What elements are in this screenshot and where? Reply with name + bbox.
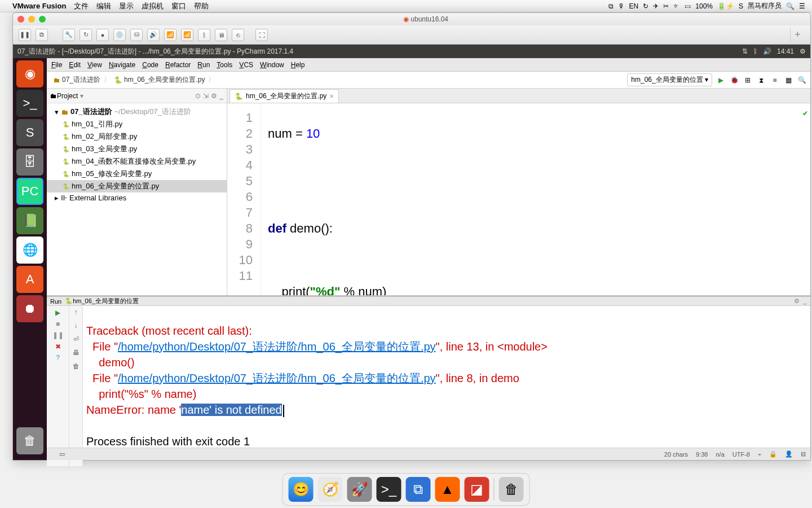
vm-tool-sound[interactable]: 🔊 [147, 29, 160, 41]
menu-icon[interactable]: ☰ [799, 2, 805, 10]
dock-vlc[interactable]: ▲ [435, 477, 460, 502]
mac-menu-file[interactable]: 文件 [74, 1, 89, 11]
tree-file[interactable]: 🐍hm_01_引用.py [47, 118, 227, 130]
lang-icon[interactable]: EN [629, 2, 639, 10]
minimize-window-button[interactable] [28, 16, 35, 23]
rerun-button[interactable]: ▶ [54, 308, 63, 317]
tree-file[interactable]: 🐍hm_03_全局变量.py [47, 143, 227, 155]
inspection-ok-icon[interactable]: ✔ [802, 106, 808, 121]
hide-icon[interactable]: ⎯ [803, 297, 807, 305]
launcher-store[interactable]: A [16, 266, 43, 293]
ime-icon[interactable]: S [739, 2, 743, 10]
mac-app-name[interactable]: VMware Fusion [12, 2, 66, 10]
layout-button[interactable]: ▦ [783, 75, 793, 85]
expand-icon[interactable]: ▾ [55, 108, 59, 116]
vm-tool-net1[interactable]: 📶 [164, 29, 176, 41]
mac-menu-help[interactable]: 帮助 [194, 1, 209, 11]
launcher-chrome[interactable]: 🌐 [16, 237, 43, 264]
mac-menu-edit[interactable]: 编辑 [96, 1, 111, 11]
vm-fullscreen[interactable]: ⛶ [255, 29, 268, 41]
dock-vmware[interactable]: ⧉ [406, 477, 431, 502]
vm-tool-net2[interactable]: 📶 [181, 29, 193, 41]
status-position[interactable]: 9:38 [696, 451, 708, 458]
dock-app[interactable]: ◪ [465, 477, 489, 502]
pc-menu-tools[interactable]: Tools [217, 61, 232, 69]
gear-icon[interactable]: ⚙ [211, 92, 217, 100]
pc-menu-navigate[interactable]: Navigate [109, 61, 135, 69]
run-config-selector[interactable]: hm_06_全局变量的位置 ▾ [627, 73, 712, 86]
launcher-recorder[interactable]: ⏺ [16, 295, 43, 322]
tree-file[interactable]: 🐍hm_02_局部变量.py [47, 130, 227, 143]
pc-menu-file[interactable]: File [51, 61, 62, 69]
vm-tool-disk[interactable]: 💿 [113, 29, 126, 41]
breadcrumb-project[interactable]: 🖿07_语法进阶 [50, 74, 104, 86]
stop-button[interactable]: ■ [770, 75, 780, 85]
profile-button[interactable]: ⧗ [756, 75, 766, 85]
status-encoding[interactable]: UTF-8 [732, 451, 750, 458]
top-vol-icon[interactable]: 🔊 [763, 47, 771, 55]
dropdown-icon[interactable]: ÷ [758, 451, 761, 458]
mac-menu-window[interactable]: 窗口 [171, 1, 186, 11]
tree-root[interactable]: ▾🖿07_语法进阶 ~/Desktop/07_语法进阶 [47, 106, 227, 118]
run-panel-header[interactable]: Run 🐍 hm_06_全局变量的位置 ⚙⎯ [47, 297, 810, 306]
trash-icon[interactable]: ⊟ [801, 450, 806, 458]
search-icon[interactable]: 🔍 [797, 75, 807, 85]
vm-tool-reload[interactable]: ↻ [80, 29, 92, 41]
pause-run-button[interactable]: ❚❚ [54, 331, 63, 340]
dock-finder[interactable]: 😊 [289, 477, 314, 502]
pc-menu-refactor[interactable]: Refactor [165, 61, 191, 69]
vm-tool-bt[interactable]: ᛒ [198, 29, 210, 41]
project-tree[interactable]: ▾🖿07_语法进阶 ~/Desktop/07_语法进阶 🐍hm_01_引用.py… [47, 103, 227, 205]
gear-icon[interactable]: ⚙ [794, 297, 800, 305]
clear-icon[interactable]: 🗑 [73, 362, 80, 370]
vm-add-tab[interactable]: + [790, 28, 805, 42]
battery-icon[interactable]: 🔋⚡ [717, 2, 734, 10]
debug-button[interactable]: 🐞 [729, 75, 739, 85]
coverage-button[interactable]: ⊞ [743, 75, 753, 85]
console-output[interactable]: Traceback (most recent call last): File … [83, 306, 810, 466]
display-icon[interactable]: ▭ [685, 2, 691, 10]
sync-icon[interactable]: ↻ [643, 2, 648, 10]
pc-menu-edit[interactable]: Edit [69, 61, 81, 69]
hide-icon[interactable]: ⎯ [219, 92, 223, 100]
launcher-dash[interactable]: ◉ [16, 60, 43, 87]
top-bt-icon[interactable]: ᛒ [753, 47, 757, 55]
lock-icon[interactable]: 🔒 [769, 450, 777, 458]
zoom-window-button[interactable] [39, 16, 46, 23]
tree-ext-libs[interactable]: ▸⊪External Libraries [47, 192, 227, 203]
top-net-icon[interactable]: ⇅ [742, 47, 748, 55]
project-panel-header[interactable]: 🖿 Project ▾ ⊙ ⇲ ⚙ ⎯ [47, 89, 227, 103]
vm-snapshot-button[interactable]: ⧉ [36, 29, 48, 41]
wrap-icon[interactable]: ⏎ [73, 335, 79, 343]
launcher-pycharm[interactable]: PC [16, 178, 43, 205]
tree-file[interactable]: 🐍hm_04_函数不能直接修改全局变量.py [47, 155, 227, 168]
dock-trash[interactable]: 🗑 [499, 477, 524, 502]
wifi-icon[interactable]: ᯤ [673, 2, 680, 10]
pc-menu-vcs[interactable]: VCS [239, 61, 253, 69]
stop-run-button[interactable]: ■ [54, 319, 63, 329]
battery-pct[interactable]: 100% [695, 2, 713, 10]
vm-pause-button[interactable]: ❚❚ [19, 29, 31, 41]
down-icon[interactable]: ↓ [74, 322, 78, 330]
inspector-icon[interactable]: 👤 [785, 450, 793, 458]
expand-icon[interactable]: ▸ [55, 194, 59, 202]
top-gear-icon[interactable]: ⚙ [800, 47, 806, 55]
editor-tab[interactable]: 🐍hm_06_全局变量的位置.py✕ [230, 89, 339, 103]
spotlight-icon[interactable]: 🔍 [786, 2, 795, 10]
pc-menu-view[interactable]: View [87, 61, 102, 69]
bt-icon[interactable]: ✂ [663, 2, 669, 10]
code-text[interactable]: num = 10 def demo(): print("%d" % num) p… [261, 103, 810, 295]
tree-file[interactable]: 🐍hm_05_修改全局变量.py [47, 168, 227, 180]
pc-menu-run[interactable]: Run [197, 61, 210, 69]
scroll-icon[interactable]: ⇲ [203, 92, 209, 100]
code-editor[interactable]: 1234567891011 num = 10 def demo(): print… [227, 103, 810, 295]
up-icon[interactable]: ↑ [74, 308, 78, 316]
launcher-files[interactable]: 🗄 [16, 148, 43, 176]
dropdown-icon[interactable]: ▾ [80, 92, 83, 100]
status-msg-icon[interactable]: ▭ [59, 450, 65, 458]
close-tab-icon[interactable]: ✕ [329, 93, 334, 99]
pc-menu-window[interactable]: Window [260, 61, 284, 69]
run-button[interactable]: ▶ [716, 75, 726, 85]
dock-terminal[interactable]: >_ [377, 477, 401, 502]
collapse-icon[interactable]: ⊙ [195, 92, 201, 100]
